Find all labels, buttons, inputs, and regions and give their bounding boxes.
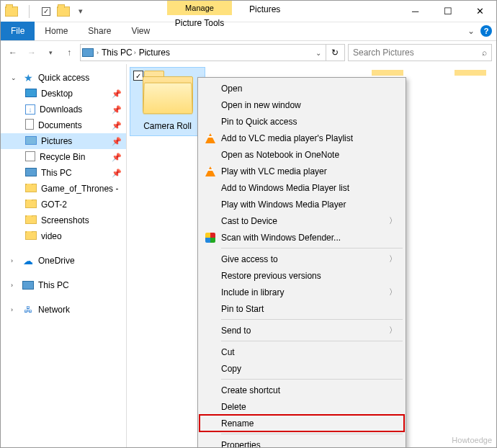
- pin-icon: 📌: [112, 137, 122, 146]
- sidebar-item-label: Recycle Bin: [40, 152, 85, 162]
- pc-icon: [25, 168, 37, 179]
- breadcrumb-segment-thispc[interactable]: This PC ›: [102, 48, 136, 58]
- folder-mini-icon[interactable]: [4, 4, 19, 19]
- window-title: Pictures: [249, 4, 280, 14]
- context-menu-item-add-to-vlc-media-player-s-playlist[interactable]: Add to VLC media player's Playlist: [200, 130, 404, 146]
- folder-item-camera-roll[interactable]: ✓ Camera Roll: [130, 67, 205, 136]
- forward-button[interactable]: →: [24, 45, 40, 61]
- context-menu-item-cast-to-device[interactable]: Cast to Device〉: [200, 212, 404, 229]
- folder-item-ghost[interactable]: [455, 70, 486, 76]
- address-dropdown-icon[interactable]: ⌄: [313, 49, 324, 57]
- sidebar-item-label: Downloads: [40, 104, 82, 115]
- context-menu: OpenOpen in new windowPin to Quick acces…: [197, 77, 406, 448]
- folder-item-ghost[interactable]: [372, 70, 403, 76]
- context-menu-item-rename[interactable]: Rename: [200, 415, 404, 431]
- tab-view[interactable]: View: [121, 22, 160, 40]
- tree-quick-access[interactable]: ⌄ ★ Quick access: [1, 70, 126, 86]
- context-menu-item-copy[interactable]: Copy: [200, 360, 404, 377]
- context-menu-item-include-in-library[interactable]: Include in library〉: [200, 284, 404, 300]
- context-menu-item-give-access-to[interactable]: Give access to〉: [200, 251, 404, 267]
- chevron-right-icon: 〉: [389, 325, 397, 336]
- collapse-ribbon-icon[interactable]: ⌄: [467, 26, 475, 36]
- pin-icon: 📌: [112, 89, 122, 99]
- tree-onedrive[interactable]: › ☁ OneDrive: [1, 253, 126, 269]
- context-menu-item-add-to-windows-media-player-list[interactable]: Add to Windows Media Player list: [200, 179, 404, 196]
- sidebar-item-label: Screenshots: [41, 215, 89, 225]
- context-menu-item-pin-to-quick-access[interactable]: Pin to Quick access: [200, 113, 404, 130]
- expand-caret-icon[interactable]: ›: [11, 306, 18, 313]
- context-menu-item-scan-with-windows-defender-[interactable]: Scan with Windows Defender...: [200, 229, 404, 246]
- minimize-button[interactable]: ─: [399, 1, 431, 22]
- navigation-row: ← → ▾ ↑ › This PC › Pictures ⌄ ↻ Search …: [1, 41, 496, 64]
- context-menu-item-open-as-notebook-in-onenote[interactable]: Open as Notebook in OneNote: [200, 146, 404, 163]
- chevron-right-icon[interactable]: ›: [97, 49, 99, 56]
- tab-share[interactable]: Share: [78, 22, 121, 40]
- context-menu-item-send-to[interactable]: Send to〉: [200, 322, 404, 339]
- search-icon: ⌕: [482, 48, 487, 58]
- context-menu-item-properties[interactable]: Properties: [200, 436, 404, 448]
- contextual-tab-group: Manage Picture Tools: [167, 1, 232, 34]
- sidebar-item-got-2[interactable]: GOT-2: [1, 197, 126, 212]
- breadcrumb-segment-pictures[interactable]: Pictures: [139, 48, 170, 58]
- help-icon[interactable]: ?: [480, 25, 492, 37]
- context-menu-item-restore-previous-versions[interactable]: Restore previous versions: [200, 267, 404, 284]
- tree-this-pc[interactable]: › This PC: [1, 277, 126, 293]
- sidebar-item-pictures[interactable]: Pictures📌: [1, 133, 126, 149]
- context-menu-item-pin-to-start[interactable]: Pin to Start: [200, 300, 404, 317]
- context-menu-separator: [221, 319, 403, 320]
- contextual-tab-header: Manage: [167, 1, 232, 15]
- sidebar-item-label: Desktop: [41, 89, 73, 99]
- recent-locations-dropdown[interactable]: ▾: [42, 45, 58, 61]
- maximize-button[interactable]: ☐: [431, 1, 464, 22]
- defender-shield-icon: [204, 231, 217, 244]
- sidebar-item-documents[interactable]: Documents📌: [1, 117, 126, 133]
- qat-dropdown-icon[interactable]: ▾: [73, 4, 89, 19]
- tree-network[interactable]: › 🖧 Network: [1, 302, 126, 318]
- address-bar[interactable]: › This PC › Pictures ⌄ ↻: [80, 44, 345, 61]
- chevron-right-icon[interactable]: ›: [134, 49, 136, 56]
- context-menu-item-create-shortcut[interactable]: Create shortcut: [200, 382, 404, 398]
- search-placeholder: Search Pictures: [353, 48, 414, 58]
- sidebar-item-this-pc[interactable]: This PC📌: [1, 165, 126, 181]
- tab-home[interactable]: Home: [35, 22, 78, 40]
- context-menu-label: Copy: [221, 364, 241, 374]
- context-menu-item-delete[interactable]: Delete: [200, 398, 404, 415]
- context-menu-item-open[interactable]: Open: [200, 80, 404, 97]
- sidebar-item-screenshots[interactable]: Screenshots: [1, 212, 126, 228]
- tab-picture-tools[interactable]: Picture Tools: [167, 15, 232, 34]
- context-menu-label: Play with VLC media player: [221, 166, 327, 176]
- expand-caret-icon[interactable]: ›: [11, 257, 18, 264]
- context-menu-item-play-with-windows-media-player[interactable]: Play with Windows Media Player: [200, 196, 404, 212]
- sidebar-item-label: video: [41, 231, 62, 241]
- folder-label: Camera Roll: [130, 118, 205, 135]
- folder-icon: [25, 184, 37, 194]
- context-menu-item-cut[interactable]: Cut: [200, 344, 404, 360]
- sidebar-item-recycle-bin[interactable]: Recycle Bin📌: [1, 149, 126, 165]
- file-tab[interactable]: File: [1, 22, 35, 40]
- monitor-icon: [25, 89, 37, 99]
- sidebar-item-video[interactable]: video: [1, 228, 126, 244]
- close-button[interactable]: ✕: [464, 1, 496, 22]
- context-menu-item-play-with-vlc-media-player[interactable]: Play with VLC media player: [200, 163, 404, 179]
- ribbon: File Home Share View Manage Picture Tool…: [1, 22, 496, 41]
- quick-access-toolbar: ✓ ▾: [1, 4, 91, 19]
- sidebar-item-downloads[interactable]: ↓Downloads📌: [1, 102, 126, 117]
- up-button[interactable]: ↑: [61, 45, 77, 61]
- toolbar-divider: [21, 4, 37, 19]
- context-menu-item-open-in-new-window[interactable]: Open in new window: [200, 97, 404, 113]
- context-menu-label: Add to Windows Media Player list: [221, 183, 349, 193]
- expand-caret-icon[interactable]: ›: [11, 282, 18, 289]
- expand-caret-icon[interactable]: ⌄: [11, 74, 18, 81]
- watermark: Howtoedge: [452, 436, 492, 444]
- checkbox-icon[interactable]: ✓: [38, 4, 54, 19]
- sidebar-item-desktop[interactable]: Desktop📌: [1, 86, 126, 102]
- context-menu-label: Cut: [221, 347, 235, 357]
- context-menu-label: Pin to Quick access: [221, 117, 297, 127]
- context-menu-label: Open in new window: [221, 100, 301, 110]
- refresh-button[interactable]: ↻: [326, 44, 343, 61]
- back-button[interactable]: ←: [5, 45, 21, 61]
- folder-mini-2-icon[interactable]: [55, 4, 71, 19]
- sidebar-item-game-of-thrones-[interactable]: Game_of_Thrones -: [1, 181, 126, 197]
- search-input[interactable]: Search Pictures ⌕: [348, 44, 492, 61]
- context-menu-label: Scan with Windows Defender...: [221, 233, 341, 243]
